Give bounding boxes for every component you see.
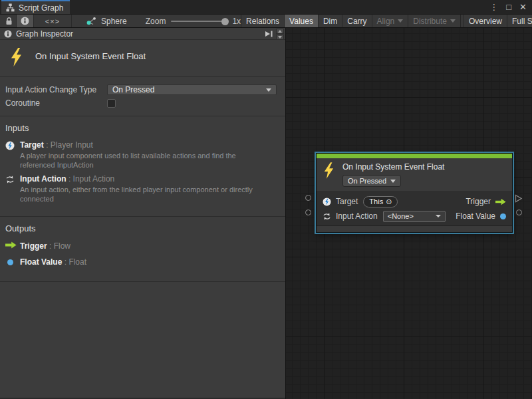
output-port-float-value[interactable] bbox=[516, 209, 522, 215]
event-bolt-icon bbox=[9, 48, 24, 66]
distribute-dropdown[interactable]: Distribute bbox=[408, 15, 460, 27]
full-screen-button[interactable]: Full Screen bbox=[507, 15, 532, 27]
window-menu-icon[interactable]: ⋮ bbox=[489, 3, 498, 11]
button-label: Full Screen bbox=[512, 17, 532, 26]
graph-toolbar: <×> Sphere Zoom 1x Relations Values Dim … bbox=[0, 14, 532, 28]
dim-button[interactable]: Dim bbox=[318, 15, 342, 27]
node-event-accent-bar bbox=[317, 154, 512, 158]
values-button[interactable]: Values bbox=[284, 15, 318, 27]
info-icon bbox=[4, 30, 12, 38]
pin-separator: : bbox=[47, 241, 54, 251]
list-item: Target : Player Input A player input com… bbox=[5, 140, 279, 170]
output-port-trigger[interactable] bbox=[515, 194, 523, 205]
graph-owner-label: Sphere bbox=[101, 17, 127, 26]
chevron-up-icon bbox=[278, 30, 282, 33]
scroll-down-button[interactable] bbox=[276, 35, 284, 40]
chevron-down-icon bbox=[278, 36, 282, 39]
node-body: Target This ⊙ Trigger bbox=[317, 192, 512, 226]
relations-button[interactable]: Relations bbox=[241, 15, 284, 27]
coroutine-checkbox[interactable] bbox=[107, 99, 116, 108]
info-icon bbox=[21, 17, 29, 25]
zoom-label: Zoom bbox=[146, 17, 166, 26]
inspector-header: Graph Inspector bbox=[0, 28, 285, 40]
zoom-value: 1x bbox=[232, 17, 241, 26]
field-label: Input Action Change Type bbox=[5, 85, 107, 94]
maximize-icon[interactable]: □ bbox=[506, 3, 511, 11]
chevron-down-icon bbox=[398, 19, 403, 23]
graph-hierarchy-icon bbox=[6, 3, 15, 12]
pin-description: A player input component used to list av… bbox=[20, 151, 263, 170]
node-mode-dropdown[interactable]: On Pressed bbox=[342, 175, 401, 187]
flow-arrow-icon bbox=[5, 241, 20, 251]
change-type-dropdown[interactable]: On Pressed bbox=[107, 84, 277, 95]
port-triangle-icon bbox=[515, 194, 523, 203]
pin-type: Float bbox=[68, 257, 86, 267]
input-port-target[interactable] bbox=[305, 195, 311, 201]
pin-separator: : bbox=[62, 257, 68, 267]
port-label-float-value: Float Value bbox=[456, 211, 495, 221]
port-circle-icon bbox=[305, 195, 311, 201]
zoom-slider[interactable] bbox=[171, 21, 227, 22]
inspector-scrollbar bbox=[276, 29, 284, 41]
carry-button[interactable]: Carry bbox=[342, 15, 371, 27]
button-label: Distribute bbox=[413, 17, 447, 26]
graph-inspector-panel: Graph Inspector On Input System Event Fl… bbox=[0, 28, 286, 399]
input-action-dropdown[interactable]: <None> bbox=[383, 211, 446, 222]
event-bolt-icon bbox=[323, 162, 335, 179]
inputs-section: Inputs Target : Player Input A player in… bbox=[0, 116, 285, 217]
zoom-control: Zoom 1x bbox=[146, 15, 241, 27]
inspector-empty-area bbox=[0, 282, 285, 399]
tab-label: Script Graph bbox=[19, 3, 63, 13]
player-input-icon bbox=[5, 140, 20, 170]
field-coroutine: Coroutine bbox=[5, 96, 277, 110]
chevron-down-icon bbox=[450, 19, 456, 23]
pin-name: Input Action bbox=[20, 174, 66, 184]
input-port-input-action[interactable] bbox=[305, 209, 311, 215]
scroll-up-button[interactable] bbox=[276, 29, 284, 34]
outputs-section: Outputs Trigger : Flow bbox=[0, 217, 285, 282]
script-graph-window: Script Graph ⋮ □ ✕ <×> bbox=[0, 0, 532, 399]
node-title: On Input System Event Float bbox=[342, 162, 444, 172]
pin-separator: : bbox=[44, 140, 51, 150]
unit-title-block: On Input System Event Float bbox=[0, 40, 285, 77]
code-icon: <×> bbox=[45, 17, 60, 25]
lock-button[interactable] bbox=[1, 15, 16, 27]
preview-code-button[interactable]: <×> bbox=[34, 15, 71, 27]
row-label: Target bbox=[336, 197, 358, 206]
graph-canvas[interactable]: On Input System Event Float On Pressed bbox=[286, 28, 532, 399]
node-mode-value: On Pressed bbox=[348, 176, 386, 186]
toolbar-separator bbox=[71, 15, 72, 27]
target-this-value: This bbox=[369, 198, 383, 206]
button-label: Dim bbox=[323, 17, 337, 26]
node-row-target: Target This ⊙ Trigger bbox=[323, 194, 506, 209]
inspector-toggle-button[interactable] bbox=[17, 15, 33, 27]
port-circle-icon bbox=[516, 209, 522, 215]
outputs-heading: Outputs bbox=[5, 223, 279, 233]
button-label: Overview bbox=[469, 17, 502, 26]
zoom-slider-handle[interactable] bbox=[221, 18, 229, 25]
collapse-panel-icon bbox=[265, 30, 273, 38]
unit-title: On Input System Event Float bbox=[35, 51, 146, 61]
inspector-header-label: Graph Inspector bbox=[16, 29, 73, 39]
window-controls: ⋮ □ ✕ bbox=[489, 0, 527, 14]
unit-settings: Input Action Change Type On Pressed Coro… bbox=[0, 77, 285, 116]
pin-name: Float Value bbox=[20, 257, 62, 267]
graph-owner-breadcrumb[interactable]: Sphere bbox=[86, 15, 127, 27]
node-on-input-system-event-float[interactable]: On Input System Event Float On Pressed bbox=[316, 153, 513, 233]
flow-arrow-icon bbox=[495, 198, 506, 205]
target-this-button[interactable]: This ⊙ bbox=[363, 196, 398, 207]
player-input-icon bbox=[323, 198, 331, 206]
list-item: Trigger : Flow bbox=[5, 241, 279, 251]
align-dropdown[interactable]: Align bbox=[372, 15, 408, 27]
input-action-icon bbox=[5, 174, 20, 203]
float-dot-icon bbox=[500, 213, 506, 219]
row-label: Input Action bbox=[336, 211, 378, 221]
close-icon[interactable]: ✕ bbox=[519, 3, 527, 11]
tab-script-graph[interactable]: Script Graph bbox=[1, 0, 70, 14]
input-action-icon bbox=[323, 212, 331, 221]
node-header[interactable]: On Input System Event Float On Pressed bbox=[317, 158, 512, 192]
node-footer bbox=[317, 226, 512, 232]
overview-button[interactable]: Overview bbox=[464, 15, 507, 27]
titlebar: Script Graph ⋮ □ ✕ bbox=[0, 0, 532, 14]
collapse-panel-button[interactable] bbox=[264, 29, 274, 39]
